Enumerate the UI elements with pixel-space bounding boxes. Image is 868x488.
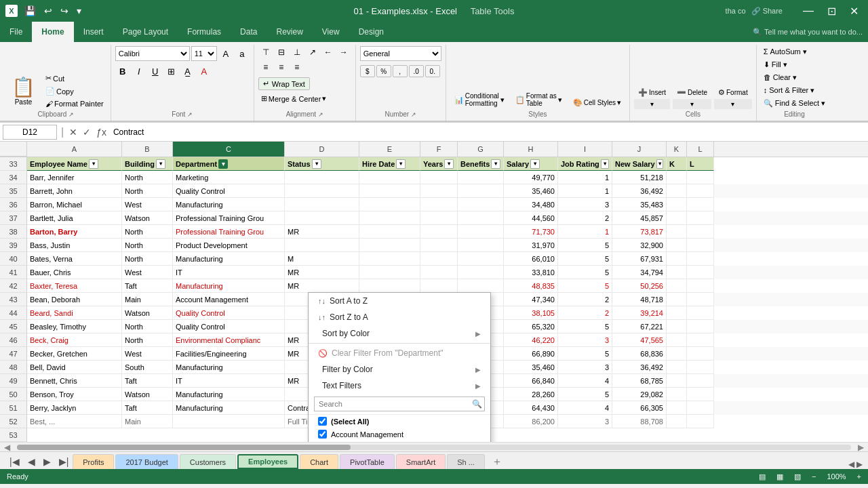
col-header-a[interactable]: A <box>27 142 122 157</box>
col-header-l[interactable]: L <box>687 142 714 157</box>
maximize-button[interactable]: ⊡ <box>823 3 840 19</box>
header-building[interactable]: Building ▾ <box>122 157 173 171</box>
filter-jobrat-btn[interactable]: ▾ <box>601 159 609 169</box>
col-header-e[interactable]: E <box>359 142 420 157</box>
row-header-49[interactable]: 49 <box>0 374 26 388</box>
align-bottom-button[interactable]: ⊥ <box>290 46 304 58</box>
row-header-44[interactable]: 44 <box>0 306 26 320</box>
row-header-40[interactable]: 40 <box>0 252 26 266</box>
clear-filter-item[interactable]: 🚫 Clear Filter From "Department" <box>309 345 490 361</box>
save-qat-button[interactable]: 💾 <box>22 4 39 18</box>
view-normal-btn[interactable]: ▤ <box>759 472 766 481</box>
row-header-43[interactable]: 43 <box>0 293 26 306</box>
header-hire-date[interactable]: Hire Date ▾ <box>359 157 420 171</box>
insert-button[interactable]: ➕ Insert ▾ <box>634 86 670 109</box>
italic-button[interactable]: I <box>132 64 146 79</box>
header-l[interactable]: L <box>687 157 714 171</box>
decrease-font-button[interactable]: a <box>235 46 250 61</box>
find-select-button[interactable]: 🔍 Find & Select ▾ <box>761 98 829 109</box>
scroll-left-btn[interactable]: ◀ <box>0 443 14 452</box>
filter-benefits-btn[interactable]: ▾ <box>491 159 500 169</box>
merge-center-button[interactable]: ⊞ Merge & Center ▾ <box>258 93 330 104</box>
tab-data[interactable]: Data <box>231 22 267 42</box>
number-format-select[interactable]: General <box>360 46 441 61</box>
font-color-button[interactable]: A <box>197 64 212 79</box>
user-account[interactable]: tha co <box>726 7 746 15</box>
sheet-tab-sh[interactable]: Sh ... <box>447 454 485 469</box>
row-header-42[interactable]: 42 <box>0 279 26 293</box>
header-benefits[interactable]: Benefits ▾ <box>458 157 504 171</box>
filter-salary-btn[interactable]: ▾ <box>530 159 540 169</box>
increase-font-button[interactable]: A <box>218 46 233 61</box>
col-header-h[interactable]: H <box>504 142 558 157</box>
col-header-c[interactable]: C <box>173 142 285 157</box>
cancel-formula-icon[interactable]: ✕ <box>68 125 79 139</box>
percent-style-button[interactable]: % <box>376 65 391 77</box>
tab-view[interactable]: View <box>313 22 349 42</box>
row-header-45[interactable]: 45 <box>0 320 26 333</box>
add-sheet-button[interactable]: ＋ <box>486 455 508 469</box>
col-header-b[interactable]: B <box>122 142 173 157</box>
sheet-tab-chart[interactable]: Chart <box>300 454 338 469</box>
sort-filter-button[interactable]: ↕ Sort & Filter ▾ <box>761 85 818 96</box>
format-button[interactable]: ⚙ Format ▾ <box>714 86 752 109</box>
col-header-i[interactable]: I <box>558 142 612 157</box>
col-header-f[interactable]: F <box>420 142 458 157</box>
tell-me-box[interactable]: 🔍 Tell me what you want to do... <box>753 28 863 37</box>
delete-button[interactable]: ➖ Delete ▾ <box>673 86 711 109</box>
header-status[interactable]: Status ▾ <box>285 157 359 171</box>
copy-button[interactable]: 📄 Copy <box>43 85 106 97</box>
account-management-checkbox[interactable] <box>318 430 327 439</box>
zoom-in-btn[interactable]: + <box>857 472 861 481</box>
tab-design[interactable]: Design <box>349 22 393 42</box>
redo-qat-button[interactable]: ↪ <box>58 4 71 18</box>
sheet-nav-last[interactable]: ▶| <box>55 454 73 469</box>
sheet-tab-employees[interactable]: Employees <box>237 454 298 469</box>
view-layout-btn[interactable]: ▦ <box>776 472 783 481</box>
share-button[interactable]: 🔗 Share <box>751 7 783 16</box>
sheet-nav-first[interactable]: |◀ <box>5 454 24 469</box>
row-header-51[interactable]: 51 <box>0 401 26 415</box>
select-all-checkbox[interactable] <box>318 417 327 426</box>
row-header-33[interactable]: 33 <box>0 157 26 171</box>
decrease-decimal-button[interactable]: 0. <box>425 65 440 77</box>
row-header-50[interactable]: 50 <box>0 388 26 401</box>
row-header-35[interactable]: 35 <box>0 184 26 198</box>
row-header-47[interactable]: 47 <box>0 347 26 361</box>
row-header-41[interactable]: 41 <box>0 266 26 279</box>
col-header-k[interactable]: K <box>667 142 687 157</box>
tab-insert[interactable]: Insert <box>74 22 113 42</box>
autosum-button[interactable]: Σ AutoSum ▾ <box>761 46 810 58</box>
align-top-button[interactable]: ⊤ <box>258 46 273 58</box>
sheet-tab-budget[interactable]: 2017 Budget <box>115 454 178 469</box>
zoom-out-btn[interactable]: − <box>812 472 816 481</box>
comma-style-button[interactable]: , <box>393 65 408 77</box>
bold-button[interactable]: B <box>115 64 130 79</box>
outdent-button[interactable]: → <box>336 46 351 58</box>
row-header-36[interactable]: 36 <box>0 198 26 211</box>
filter-by-color-item[interactable]: Filter by Color ▶ <box>309 361 490 378</box>
tab-file[interactable]: File <box>0 22 32 42</box>
horizontal-scrollbar[interactable]: ◀ ▶ <box>0 442 868 451</box>
sort-by-color-item[interactable]: Sort by Color ▶ <box>309 325 490 342</box>
filter-years-btn[interactable]: ▾ <box>444 159 454 169</box>
fill-color-button[interactable]: A̲ <box>180 64 195 79</box>
sort-a-to-z-item[interactable]: ↑↓ Sort A to Z <box>309 293 490 309</box>
row-header-46[interactable]: 46 <box>0 333 26 347</box>
format-as-table-button[interactable]: 📋 Format asTable ▾ <box>511 90 566 109</box>
row-header-48[interactable]: 48 <box>0 361 26 374</box>
row-header-39[interactable]: 39 <box>0 239 26 252</box>
paste-button[interactable]: 📋 Paste <box>5 70 41 109</box>
header-employee-name[interactable]: Employee Name ▾ <box>27 157 122 171</box>
filter-account-management-item[interactable]: Account Management <box>309 428 490 441</box>
tab-page-layout[interactable]: Page Layout <box>113 22 178 42</box>
sheet-tab-customers[interactable]: Customers <box>180 454 236 469</box>
minimize-button[interactable]: — <box>799 3 818 18</box>
formula-input[interactable] <box>111 127 865 137</box>
header-job-rating[interactable]: Job Rating ▾ <box>558 157 612 171</box>
row-header-37[interactable]: 37 <box>0 211 26 225</box>
text-angle-button[interactable]: ↗ <box>305 46 320 58</box>
sheet-tab-profits[interactable]: Profits <box>73 454 114 469</box>
scroll-thumb[interactable] <box>17 445 351 450</box>
header-new-salary[interactable]: New Salary ▾ <box>612 157 667 171</box>
